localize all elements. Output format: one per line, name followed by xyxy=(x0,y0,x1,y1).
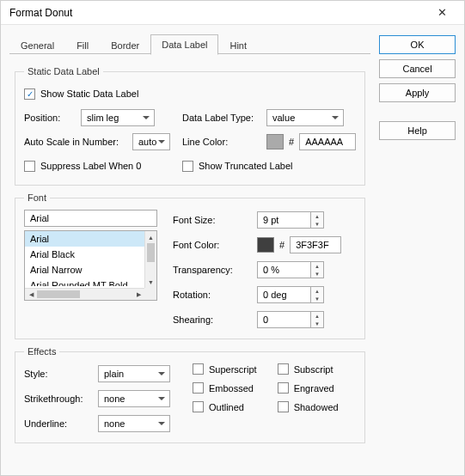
spin-up-icon[interactable]: ▲ xyxy=(311,212,323,220)
scroll-down-icon[interactable]: ▼ xyxy=(145,276,156,288)
tab-hint[interactable]: Hint xyxy=(218,35,258,55)
spin-up-icon[interactable]: ▲ xyxy=(311,287,323,295)
legend-static: Static Data Label xyxy=(24,66,103,76)
input-fontcolor-hex[interactable]: 3F3F3F xyxy=(290,236,341,253)
scrollbar-horizontal[interactable]: ◀ ▶ xyxy=(25,288,144,300)
spin-down-icon[interactable]: ▼ xyxy=(311,320,323,327)
tab-strip: General Fill Border Data Label Hint xyxy=(9,34,370,54)
tab-data-label[interactable]: Data Label xyxy=(150,34,218,55)
legend-effects: Effects xyxy=(24,346,59,357)
spinner-shearing[interactable]: 0 ▲▼ xyxy=(257,311,324,328)
apply-button[interactable]: Apply xyxy=(379,83,456,102)
select-type[interactable]: value xyxy=(266,109,344,126)
tab-general[interactable]: General xyxy=(9,35,65,55)
label-rotation: Rotation: xyxy=(173,290,252,300)
spin-down-icon[interactable]: ▼ xyxy=(311,295,323,302)
list-item[interactable]: Arial Rounded MT Bold xyxy=(25,278,156,286)
legend-font: Font xyxy=(24,192,50,203)
checkbox-subscript[interactable] xyxy=(278,363,289,375)
tab-border[interactable]: Border xyxy=(100,35,150,55)
select-underline[interactable]: none xyxy=(98,415,170,432)
select-style[interactable]: plain xyxy=(98,365,170,382)
label-shearing: Shearing: xyxy=(173,314,252,325)
group-effects: Effects Style: plain Strikethrough: none xyxy=(15,346,365,443)
scroll-thumb[interactable] xyxy=(37,290,80,298)
scroll-thumb[interactable] xyxy=(147,243,155,262)
spin-up-icon[interactable]: ▲ xyxy=(311,262,323,270)
label-engraved: Engraved xyxy=(294,383,334,394)
swatch-linecolor[interactable] xyxy=(266,134,284,150)
list-item[interactable]: Arial Narrow xyxy=(25,262,156,278)
scroll-left-icon[interactable]: ◀ xyxy=(25,289,37,300)
label-outlined: Outlined xyxy=(209,402,244,412)
label-linecolor: Line Color: xyxy=(182,137,261,147)
hash-fontcolor: # xyxy=(279,240,285,250)
input-linecolor-hex[interactable]: AAAAAA xyxy=(299,133,356,150)
checkbox-suppress[interactable] xyxy=(24,161,35,172)
label-fontsize: Font Size: xyxy=(173,215,252,225)
label-superscript: Superscript xyxy=(209,364,257,375)
close-button[interactable]: ✕ xyxy=(425,3,459,23)
spinner-rotation[interactable]: 0 deg ▲▼ xyxy=(257,286,324,303)
label-style: Style: xyxy=(24,369,93,379)
cancel-button[interactable]: Cancel xyxy=(379,59,456,78)
list-item[interactable]: Arial xyxy=(25,231,156,247)
label-transparency: Transparency: xyxy=(173,265,252,275)
window-title: Format Donut xyxy=(9,7,425,19)
select-position[interactable]: slim leg xyxy=(81,109,155,126)
input-font-name[interactable]: Arial xyxy=(24,210,157,227)
checkbox-engraved[interactable] xyxy=(278,382,289,394)
spin-down-icon[interactable]: ▼ xyxy=(311,220,323,228)
titlebar: Format Donut ✕ xyxy=(1,1,464,25)
label-show-static: Show Static Data Label xyxy=(40,88,138,99)
spinner-transparency[interactable]: 0 % ▲▼ xyxy=(257,261,324,278)
label-fontcolor: Font Color: xyxy=(173,240,252,250)
checkbox-superscript[interactable] xyxy=(193,363,204,375)
label-embossed: Embossed xyxy=(209,383,254,394)
label-type: Data Label Type: xyxy=(182,113,261,123)
label-autoscale: Auto Scale in Number: xyxy=(24,137,127,147)
group-static-data-label: Static Data Label ✓ Show Static Data Lab… xyxy=(15,66,365,186)
checkbox-show-static[interactable]: ✓ xyxy=(24,88,35,100)
spin-down-icon[interactable]: ▼ xyxy=(311,270,323,278)
label-suppress: Suppress Label When 0 xyxy=(40,161,141,171)
scroll-up-icon[interactable]: ▲ xyxy=(145,231,156,243)
help-button[interactable]: Help xyxy=(379,121,456,140)
scrollbar-vertical[interactable]: ▲ ▼ xyxy=(144,231,156,288)
label-position: Position: xyxy=(24,113,76,123)
checkbox-truncated[interactable] xyxy=(182,161,193,172)
select-autoscale[interactable]: auto xyxy=(132,133,170,150)
spin-up-icon[interactable]: ▲ xyxy=(311,312,323,320)
label-truncated: Show Truncated Label xyxy=(199,161,292,171)
checkbox-embossed[interactable] xyxy=(193,382,204,394)
list-item[interactable]: Arial Black xyxy=(25,247,156,262)
group-font: Font Arial Arial Arial Black Arial Narro… xyxy=(15,192,365,339)
label-subscript: Subscript xyxy=(294,364,333,375)
swatch-fontcolor[interactable] xyxy=(257,237,274,253)
label-strike: Strikethrough: xyxy=(24,394,93,404)
scroll-right-icon[interactable]: ▶ xyxy=(132,289,144,300)
hash-linecolor: # xyxy=(289,137,294,147)
label-shadowed: Shadowed xyxy=(294,402,339,412)
listbox-fonts[interactable]: Arial Arial Black Arial Narrow Arial Rou… xyxy=(24,230,157,301)
label-underline: Underline: xyxy=(24,418,93,429)
dialog-format-donut: Format Donut ✕ General Fill Border Data … xyxy=(0,0,465,476)
spinner-fontsize[interactable]: 9 pt ▲▼ xyxy=(257,211,324,229)
tab-fill[interactable]: Fill xyxy=(65,35,100,55)
select-strike[interactable]: none xyxy=(98,390,170,407)
checkbox-outlined[interactable] xyxy=(193,401,204,412)
checkbox-shadowed[interactable] xyxy=(278,401,289,412)
ok-button[interactable]: OK xyxy=(379,35,456,54)
